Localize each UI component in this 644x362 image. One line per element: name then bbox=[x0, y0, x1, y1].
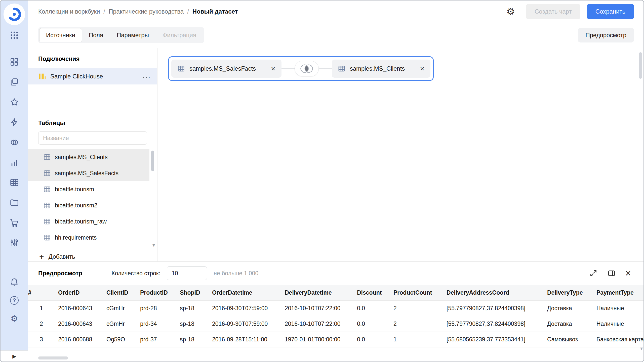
table-header-cell: ShopID bbox=[180, 285, 212, 301]
table-cell: sp-18 bbox=[180, 332, 212, 347]
breadcrumb-item[interactable]: Коллекции и воркбуки bbox=[38, 8, 100, 15]
sources-panel: Подключения Sample ClickHouse ··· bbox=[28, 48, 157, 261]
source-chip[interactable]: samples.MS_SalesFacts × bbox=[171, 60, 281, 78]
table-grid-icon bbox=[43, 202, 51, 209]
preview-header: Предпросмотр Количество строк: не больше… bbox=[28, 262, 643, 285]
connections-bolt-icon[interactable] bbox=[9, 117, 19, 127]
datasets-venn-icon[interactable] bbox=[9, 137, 19, 147]
vertical-scrollbar-thumb[interactable] bbox=[639, 52, 642, 79]
join-group: samples.MS_SalesFacts × bbox=[168, 56, 434, 81]
breadcrumb-item[interactable]: Практические руководства bbox=[109, 8, 184, 15]
tab-fields[interactable]: Поля bbox=[82, 28, 110, 42]
marketplace-cart-icon[interactable] bbox=[9, 218, 19, 228]
table-grid-icon bbox=[338, 65, 345, 72]
datalens-logo[interactable] bbox=[4, 4, 25, 25]
remove-source-icon[interactable]: × bbox=[271, 65, 275, 72]
datalens-logo-icon bbox=[7, 7, 22, 22]
table-list-item[interactable]: samples.MS_SalesFacts bbox=[28, 165, 149, 181]
settings-sliders-icon[interactable] bbox=[9, 238, 19, 248]
horizontal-scrollbar-thumb[interactable] bbox=[38, 356, 68, 359]
notifications-bell-icon[interactable] bbox=[9, 277, 19, 287]
table-cell: 2 bbox=[28, 316, 58, 332]
table-cell: 2016-09-30T07:59:00 bbox=[212, 301, 285, 316]
remove-source-icon[interactable]: × bbox=[420, 65, 424, 72]
favorites-star-icon[interactable] bbox=[9, 97, 19, 107]
table-cell: [55.797790827,37.824400398] bbox=[447, 316, 547, 332]
preview-tbody: 12016-000643cGmHrprd-28sp-182016-09-30T0… bbox=[28, 301, 643, 347]
create-chart-button: Создать чарт bbox=[526, 4, 580, 19]
table-search-input[interactable] bbox=[38, 131, 147, 145]
table-name: hh.requirements bbox=[55, 234, 97, 241]
row-count-input[interactable] bbox=[167, 266, 207, 280]
table-list-item[interactable]: bibattle.tourism bbox=[28, 181, 149, 197]
layers-icon[interactable] bbox=[9, 77, 19, 87]
list-scrollbar: ▾ bbox=[151, 151, 154, 244]
table-cell: cGmHr bbox=[106, 301, 140, 316]
table-row: 22016-000643cGmHrprd-34sp-182016-09-30T0… bbox=[28, 316, 643, 332]
row-count-label: Количество строк: bbox=[111, 270, 160, 277]
side-panel-icon[interactable] bbox=[607, 269, 616, 278]
tab-parameters[interactable]: Параметры bbox=[110, 28, 156, 42]
rail-gear-icon[interactable]: ⚙ bbox=[11, 314, 18, 323]
close-preview-icon[interactable]: × bbox=[625, 268, 631, 278]
table-list-item[interactable]: bibattle.tourism2 bbox=[28, 197, 149, 213]
list-caret-down-icon[interactable]: ▾ bbox=[152, 243, 155, 248]
table-row: 12016-000643cGmHrprd-28sp-182016-09-30T0… bbox=[28, 301, 643, 316]
source-chip[interactable]: samples.MS_Clients × bbox=[332, 60, 430, 78]
table-cell: Og59O bbox=[106, 332, 140, 347]
table-cell: Банковская карта bbox=[596, 332, 643, 347]
row-count-hint: не больше 1 000 bbox=[214, 270, 258, 277]
rail-nav bbox=[9, 57, 19, 248]
settings-gear-icon[interactable]: ⚙ bbox=[506, 7, 515, 16]
table-cell: Доставка bbox=[547, 301, 596, 316]
left-rail: ? ⚙ ▶ bbox=[1, 1, 28, 361]
connection-name: Sample ClickHouse bbox=[50, 73, 138, 80]
table-grid-icon bbox=[43, 169, 51, 177]
tabs-group: Источники Поля Параметры Фильтрация bbox=[38, 27, 204, 43]
scroll-caret-down-icon[interactable]: ▾ bbox=[640, 346, 643, 351]
table-grid-icon bbox=[177, 65, 185, 72]
join-type-button[interactable] bbox=[295, 61, 319, 76]
connections-title: Подключения bbox=[38, 55, 157, 62]
join-canvas: samples.MS_SalesFacts × bbox=[157, 48, 643, 261]
preview-toggle-button[interactable]: Предпросмотр bbox=[578, 28, 634, 42]
breadcrumb-separator: / bbox=[103, 8, 105, 15]
clickhouse-icon bbox=[38, 73, 46, 80]
table-cell: 0.0 bbox=[357, 332, 393, 347]
workbooks-icon[interactable] bbox=[9, 57, 19, 67]
rail-collapse-button[interactable]: ▶ bbox=[1, 350, 28, 361]
tab-sources[interactable]: Источники bbox=[39, 28, 82, 42]
table-search bbox=[38, 131, 147, 145]
save-button[interactable]: Сохранить bbox=[587, 4, 634, 19]
table-cell: prd-28 bbox=[140, 301, 180, 316]
help-question-icon[interactable]: ? bbox=[10, 296, 19, 305]
vertical-scrollbar bbox=[639, 52, 642, 346]
table-name: bibattle.tourism_raw bbox=[55, 218, 107, 225]
table-cell: 2016-000688 bbox=[58, 332, 106, 347]
panel-divider bbox=[28, 108, 157, 108]
rail-bottom: ? ⚙ bbox=[9, 277, 19, 323]
expand-icon[interactable] bbox=[589, 269, 598, 278]
join-connector bbox=[281, 68, 332, 69]
table-cell: 1 bbox=[28, 301, 58, 316]
apps-grid-icon[interactable] bbox=[9, 30, 19, 40]
connection-item[interactable]: Sample ClickHouse ··· bbox=[28, 68, 157, 84]
table-cell: cGmHr bbox=[106, 316, 140, 332]
table-cell: 3 bbox=[28, 332, 58, 347]
table-cell: 2016-09-30T07:59:00 bbox=[212, 316, 285, 332]
table-header-cell: Discount bbox=[357, 285, 393, 301]
table-header-cell: DeliveryAddressCoord bbox=[447, 285, 547, 301]
table-list-item[interactable]: hh.requirements bbox=[28, 230, 149, 246]
tables-icon[interactable] bbox=[9, 177, 19, 188]
charts-icon[interactable] bbox=[9, 157, 19, 167]
table-header-cell: DeliveryDatetime bbox=[285, 285, 357, 301]
table-row: 32016-000688Og59Oprd-37sp-182016-09-28T1… bbox=[28, 332, 643, 347]
add-table-button[interactable]: + Добавить bbox=[39, 253, 157, 261]
list-scrollbar-thumb[interactable] bbox=[151, 151, 154, 171]
connection-menu-ellipsis-icon[interactable]: ··· bbox=[142, 75, 151, 78]
table-list-item[interactable]: samples.MS_Clients bbox=[28, 149, 149, 165]
breadcrumb-item-current: Новый датасет bbox=[192, 8, 238, 15]
storage-folder-icon[interactable] bbox=[9, 198, 19, 208]
table-list-item[interactable]: bibattle.tourism_raw bbox=[28, 213, 149, 230]
table-cell: prd-34 bbox=[140, 316, 180, 332]
